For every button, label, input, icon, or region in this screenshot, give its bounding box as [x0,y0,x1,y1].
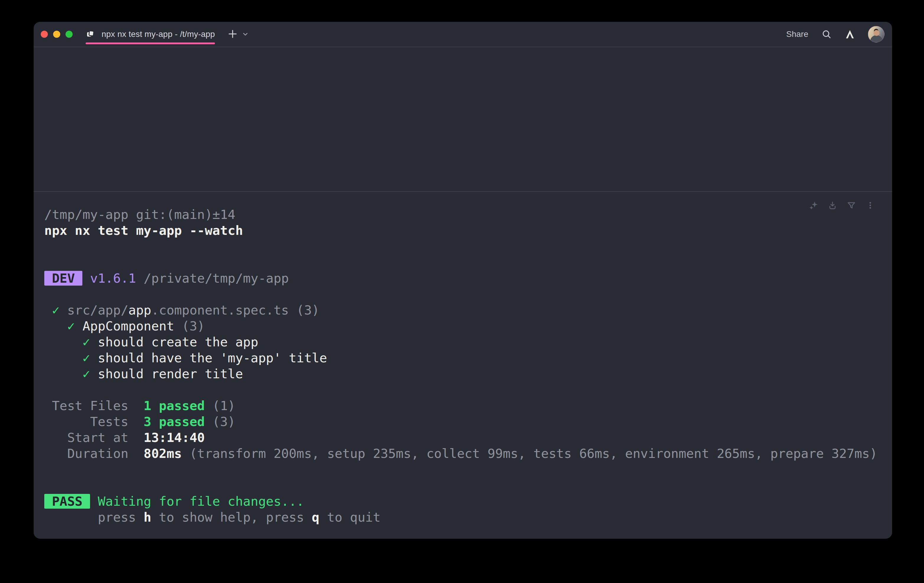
test-suite-line: ✓ AppComponent (3) [44,318,881,334]
active-tab-indicator [86,43,215,44]
prompt-line: /tmp/my-app git:(main)±14 [44,206,881,222]
terminal-text-segment: app [129,303,152,318]
tab-title: npx nx test my-app - /t/my-app [102,30,215,39]
summary-tests: Tests 3 passed (3) [44,413,881,430]
terminal-text-segment: (3) [205,414,236,429]
terminal-text-segment: (transform 200ms, setup 235ms, collect 9… [182,446,877,461]
watch-status-text: Waiting for file changes... [98,494,304,509]
share-button[interactable]: Share [786,30,808,39]
blank-line [44,478,881,493]
terminal-lines: /tmp/my-app git:(main)±14npx nx test my-… [34,191,892,538]
terminal-text-segment: to show help, press [151,510,312,525]
search-icon[interactable] [821,29,832,40]
zoom-window-button[interactable] [66,31,73,38]
terminal-content: /tmp/my-app git:(main)±14npx nx test my-… [34,47,892,538]
summary-test-files: Test Files 1 passed (1) [44,398,881,413]
terminal-text-segment: Duration [44,446,144,461]
avatar[interactable] [868,26,884,43]
terminal-text-segment: should create the app [98,334,258,349]
terminal-text-segment [82,271,90,286]
tab-dropdown-chevron-icon[interactable] [242,31,249,38]
summary-duration: Duration 802ms (transform 200ms, setup 2… [44,446,881,461]
check-icon: ✓ [82,366,98,381]
desktop-background: npx nx test my-app - /t/my-app Share [0,0,924,583]
warp-terminal-window: npx nx test my-app - /t/my-app Share [34,22,892,539]
terminal-text-segment: to quit [319,510,381,525]
titlebar: npx nx test my-app - /t/my-app Share [34,22,892,47]
summary-start-at: Start at 13:14:40 [44,430,881,446]
new-tab-button[interactable] [225,26,240,43]
blank-line [44,286,881,302]
pass-status-line: PASS Waiting for file changes... [44,493,881,509]
test-case-line: ✓ should create the app [44,334,881,350]
minimize-window-button[interactable] [53,31,60,38]
terminal-text-segment [44,334,82,349]
titlebar-right-actions: Share [786,26,892,43]
terminal-text-segment: 3 passed [144,414,205,429]
terminal-text-segment: q [312,510,319,525]
terminal-text-segment: (3) [289,303,319,318]
help-hint-line: press h to show help, press q to quit [44,509,881,525]
terminal-text-segment [90,494,98,509]
vitest-version: v1.6.1 [90,271,136,286]
terminal-text-segment [44,351,82,365]
terminal-text-segment: Tests [44,414,144,429]
ai-sparkles-button[interactable] [808,199,820,212]
terminal-text-segment [44,319,67,333]
check-icon: ✓ [52,303,67,318]
traffic-lights [34,31,73,38]
kebab-menu-button[interactable] [865,199,876,212]
terminal-text-segment: src/app/ [67,303,129,318]
terminal-text-segment [44,366,82,381]
warp-logo-icon[interactable] [845,29,855,39]
check-icon: ✓ [82,334,98,349]
pass-badge: PASS [44,494,90,509]
blank-line [44,461,881,478]
terminal-text-segment: 13:14:40 [144,430,205,445]
blank-line [44,382,881,398]
kebab-menu-icon [865,200,876,212]
terminal-text-segment: 1 passed [144,398,205,413]
terminal-text-segment: press [44,510,144,525]
download-icon [827,200,838,212]
blank-line [44,239,881,254]
terminal-text-segment: npx nx test my-app --watch [44,223,243,238]
terminal-text-segment [44,303,52,318]
check-icon: ✓ [82,351,98,365]
sparkles-icon [808,200,819,212]
dev-badge: DEV [44,271,82,286]
block-toolbar [808,199,876,212]
test-case-line: ✓ should have the 'my-app' title [44,350,881,366]
terminal-text-segment: .component.spec.ts [151,303,289,318]
active-tab[interactable]: npx nx test my-app - /t/my-app [86,22,215,47]
project-path: /private/tmp/my-app [136,271,289,286]
filter-icon [846,200,857,212]
command-line: npx nx test my-app --watch [44,222,881,239]
terminal-text-segment: /tmp/my-app git:(main)±14 [44,207,235,222]
terminal-text-segment: (3) [174,319,205,333]
test-file-line: ✓ src/app/app.component.spec.ts (3) [44,302,881,318]
terminal-text-segment: Start at [44,430,144,445]
terminal-text-segment: AppComponent [82,319,174,333]
terminal-text-segment: should have the 'my-app' title [98,351,327,365]
test-case-line: ✓ should render title [44,366,881,382]
check-icon: ✓ [67,319,82,333]
tab-stack-icon [86,30,95,39]
dev-version-line: DEV v1.6.1 /private/tmp/my-app [44,270,881,286]
plus-icon [227,28,239,41]
terminal-text-segment: h [144,510,152,525]
close-window-button[interactable] [41,31,48,38]
filter-button[interactable] [845,199,857,212]
terminal-text-segment: Test Files [44,398,144,413]
terminal-text-segment: (1) [205,398,236,413]
terminal-text-segment: should render title [98,366,243,381]
download-button[interactable] [827,199,838,212]
terminal-text-segment: 802ms [144,446,182,461]
blank-line [44,254,881,270]
